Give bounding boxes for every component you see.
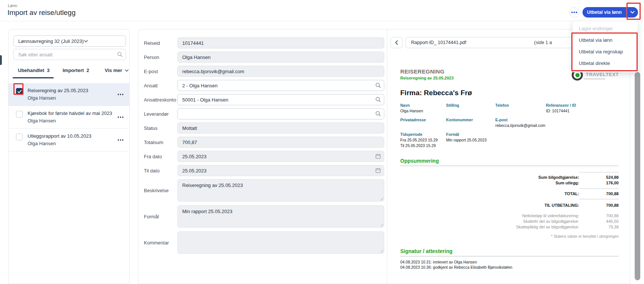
calendar-icon[interactable]	[375, 153, 381, 159]
pdf-document: REISEREGNING Reiseregning av 25.05.2023 …	[400, 68, 619, 270]
page-header: Lønn Import av reise/utlegg Utbetal via …	[0, 0, 644, 21]
formal-textarea[interactable]: Min rapport 25.05.2023	[177, 205, 384, 228]
tab-vis-mer[interactable]: Vis mer	[105, 68, 129, 73]
field-label: Person	[144, 54, 177, 60]
search-icon[interactable]	[375, 111, 381, 116]
item-person: Olga Hansen	[28, 140, 113, 147]
item-title: Reiseregning av 25.05.2023	[28, 87, 113, 94]
more-options-icon[interactable]	[118, 94, 124, 95]
search-icon[interactable]	[375, 97, 381, 102]
summary-rule	[579, 172, 619, 172]
tab-ubehandlet[interactable]: Ubehandlet 3	[18, 68, 50, 73]
more-options-icon[interactable]	[118, 116, 124, 118]
info-cell: FormålMin rapport 25.05.2023	[446, 132, 495, 148]
chevron-down-icon	[125, 69, 129, 72]
summary-row: Nettobeløp til viderefakturering:700,88	[400, 213, 619, 219]
info-cell: Telefon	[495, 103, 546, 113]
summary-row: TOTAL:700,88	[400, 191, 619, 197]
field-label: Ansatt	[144, 83, 177, 88]
chevron-down-icon	[84, 40, 88, 43]
field-label: Formål	[144, 214, 177, 219]
annotation-box-dropdown-caret	[626, 3, 641, 20]
breadcrumb: Lønn	[8, 3, 17, 8]
info-cell	[546, 118, 619, 128]
more-options-button[interactable]	[569, 7, 580, 18]
pdf-filename: Rapport-ID_ 10174441.pdf	[411, 37, 466, 48]
summary-row: Skattefri del av bilgodtgjørelse:445,50	[400, 219, 619, 224]
pdf-back-button[interactable]	[391, 37, 402, 48]
info-cell: TidsperiodeFra 25.05.2023 15.29Til 25.05…	[400, 132, 446, 148]
detail-panel: Reiseid Person E-post Ansatt Ansattresko…	[138, 29, 630, 284]
tab-count: 2	[86, 68, 89, 73]
field-label: E-post	[144, 69, 177, 74]
section-rule	[400, 166, 619, 166]
epost-input[interactable]	[177, 66, 384, 77]
list-item[interactable]: Utleggsrapport av 10.05.2023 Olga Hansen	[9, 129, 129, 152]
info-cell: Privatadresse	[400, 118, 446, 128]
summary-row: Sum utlegg:176,00	[400, 180, 619, 186]
scrollbar-thumb[interactable]	[635, 72, 640, 280]
pdf-company-heading: Firma: Rebecca's Frø	[400, 89, 619, 97]
field-label: Totalsum	[144, 140, 177, 145]
field-label: Ansattreskonto	[144, 97, 177, 103]
kommentar-textarea[interactable]	[177, 231, 384, 254]
pdf-page-info: (side 1 a	[534, 37, 552, 48]
pdf-doc-subtitle: Reiseregning av 25.05.2023	[400, 76, 619, 80]
info-cell: Stilling	[446, 103, 495, 113]
status-input[interactable]	[177, 122, 384, 134]
tab-label: Ubehandlet	[18, 68, 44, 73]
pdf-signature-heading: Signatur / attestering	[400, 248, 619, 254]
checkbox-unchecked[interactable]	[16, 111, 23, 118]
field-label: Reiseid	[144, 40, 177, 46]
annotation-box-checkbox	[13, 83, 23, 95]
search-icon[interactable]	[375, 82, 381, 88]
search-input[interactable]	[13, 49, 126, 60]
pdf-summary-heading: Oppsummering	[400, 158, 619, 164]
page-title: Import av reise/utlegg	[7, 9, 76, 17]
ansattreskonto-lookup-input[interactable]	[177, 94, 384, 105]
field-label: Beskrivelse	[144, 188, 177, 193]
tab-count: 3	[47, 68, 50, 73]
til-dato-input[interactable]	[177, 165, 384, 176]
annotation-box-menu-items	[571, 32, 638, 71]
chevron-left-icon	[395, 40, 398, 45]
item-person: Olga Hansen	[28, 94, 113, 102]
signature-line: 04.08.2023 10.36: godkjent av Rebecca El…	[400, 265, 619, 270]
tab-label: Vis mer	[105, 68, 122, 73]
summary-row: TIL UTBETALING:700,88	[400, 203, 619, 208]
list-item[interactable]: Reiseregning av 25.05.2023 Olga Hansen	[9, 83, 129, 106]
beskrivelse-textarea[interactable]: Reiseregning av 25.05.2023	[177, 179, 384, 202]
leverandor-lookup-input[interactable]	[177, 108, 384, 119]
item-person: Olga Hansen	[28, 117, 113, 125]
pdf-rates-note: * Statens satser er benyttet i utregning…	[400, 234, 619, 238]
pdf-info-grid: NavnOlga Hansen Stilling Telefon Referan…	[400, 103, 619, 148]
field-label: Kommentar	[144, 240, 177, 246]
more-options-icon[interactable]	[118, 139, 124, 141]
field-label: Fra dato	[144, 154, 177, 159]
calendar-icon[interactable]	[375, 168, 381, 173]
info-cell: Referansenr / IDID: 10174441	[546, 103, 619, 113]
expense-report-list: Reiseregning av 25.05.2023 Olga Hansen K…	[9, 83, 129, 152]
tab-importert[interactable]: Importert 2	[63, 68, 89, 73]
payout-via-salary-button[interactable]: Utbetal via lønn	[583, 7, 626, 18]
field-label: Status	[144, 125, 177, 131]
payroll-period-select[interactable]: Lønnsavregning 32 (Juli 2023)	[13, 35, 126, 47]
item-title: Utleggsrapport av 10.05.2023	[28, 132, 113, 140]
info-cell: Kontonummer	[446, 118, 495, 128]
reiseid-input[interactable]	[177, 37, 384, 49]
tab-label: Importert	[63, 68, 84, 73]
list-tabs: Ubehandlet 3 Importert 2 Vis mer	[9, 65, 129, 79]
totalsum-input[interactable]	[177, 137, 384, 148]
summary-rule	[579, 199, 619, 199]
person-input[interactable]	[177, 52, 384, 63]
list-item[interactable]: Kjørebok for første halvdel av mai 2023 …	[9, 106, 129, 129]
field-label: Til dato	[144, 168, 177, 174]
left-edge-marker	[0, 55, 2, 65]
checkbox-unchecked[interactable]	[16, 134, 23, 140]
ansatt-lookup-input[interactable]	[177, 80, 384, 91]
info-cell	[495, 132, 546, 148]
signature-line: 04.08.2023 10.31: innlevert av Olga Hans…	[400, 259, 619, 265]
payroll-period-label: Lønnsavregning 32 (Juli 2023)	[18, 38, 84, 44]
search-field	[13, 49, 126, 60]
fra-dato-input[interactable]	[177, 151, 384, 162]
